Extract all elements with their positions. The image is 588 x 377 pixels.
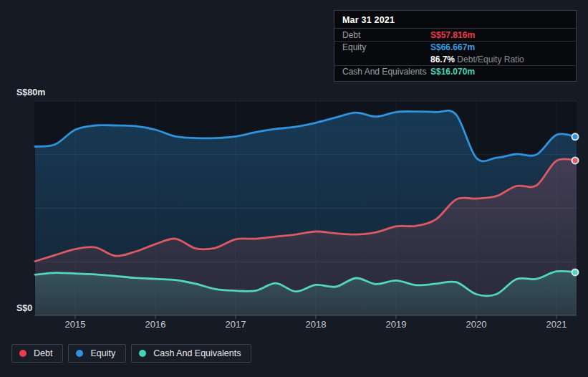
tooltip-row-cash: Cash And Equivalents S$16.070m [334,65,576,77]
debt-series-dot-icon [19,350,26,357]
x-tick-label-2015: 2015 [65,319,86,330]
tooltip-date: Mar 31 2021 [334,11,576,29]
tooltip-cash-label: Cash And Equivalents [342,67,430,77]
tooltip-debt-label: Debt [342,30,430,40]
legend-item-cash[interactable]: Cash And Equivalents [131,344,251,363]
x-tick-label-2016: 2016 [145,319,166,330]
tooltip-cash-value: S$16.070m [430,67,475,77]
chart-legend: Debt Equity Cash And Equivalents [11,344,251,363]
x-tick-label-2017: 2017 [226,319,246,330]
legend-cash-label: Cash And Equivalents [153,348,241,358]
y-axis-min-label: S$0 [16,303,32,313]
equity-series-dot-icon [76,350,83,357]
chart-tooltip: Mar 31 2021 Debt S$57.816m Equity S$66.6… [334,10,577,82]
x-tick-label-2021: 2021 [546,319,567,330]
tooltip-equity-label: Equity [342,42,430,52]
legend-equity-label: Equity [90,348,115,358]
debt-endpoint-dot [572,157,579,163]
tooltip-row-debt: Debt S$57.816m [334,29,576,41]
tooltip-row-equity: Equity S$66.667m [334,41,576,53]
page: { "tooltip": { "date": "Mar 31 2021", "r… [0,0,588,377]
tooltip-row-ratio: 86.7% Debt/Equity Ratio [334,53,576,65]
x-tick-label-2020: 2020 [466,319,487,330]
x-tick-label-2018: 2018 [306,319,327,330]
x-tick-label-2019: 2019 [386,319,407,330]
legend-item-equity[interactable]: Equity [68,344,126,363]
tooltip-equity-value: S$66.667m [430,42,475,52]
cash-and-equivalents-endpoint-dot [572,269,579,275]
cash-series-dot-icon [139,350,146,357]
equity-endpoint-dot [572,133,579,140]
legend-item-debt[interactable]: Debt [11,344,63,363]
tooltip-debt-value: S$57.816m [430,30,475,40]
y-axis-max-label: S$80m [16,87,45,97]
legend-debt-label: Debt [34,348,52,358]
tooltip-ratio-value: 86.7% Debt/Equity Ratio [430,54,524,65]
